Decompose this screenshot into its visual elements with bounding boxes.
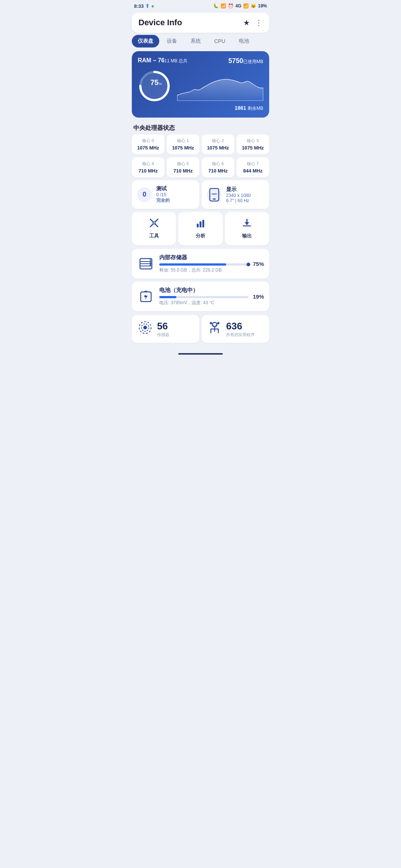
ram-card: RAM – 7611 MB 总共 5750已使用MB 75 % xyxy=(132,51,269,118)
ram-footer: 1861 剩余MB xyxy=(138,105,263,112)
storage-icon xyxy=(137,255,155,273)
cpu-section-title: 中央处理器状态 xyxy=(128,121,273,134)
svg-point-18 xyxy=(150,262,151,263)
menu-button[interactable]: ⋮ xyxy=(255,18,263,27)
status-bar: 8:33 ⬆ ● 🐛 📶 ⏰ 4G 📶 😺 19% xyxy=(128,0,273,10)
cpu-core-0: 核心 0 1075 MHz xyxy=(132,134,164,154)
wifi-icon: 📶 xyxy=(243,3,249,9)
storage-bar xyxy=(159,263,226,266)
tools-icon xyxy=(149,218,159,230)
header-actions: ★ ⋮ xyxy=(243,18,263,27)
tab-dashboard[interactable]: 仪表盘 xyxy=(132,35,159,47)
tools-label: 工具 xyxy=(149,233,159,239)
battery-info: 电池（充电中） 电压: 3795mV，温度: 43 °C xyxy=(159,287,248,306)
storage-bar-wrap xyxy=(159,263,248,266)
smiley-icon: 😺 xyxy=(251,3,256,9)
test-circle-icon: 0 xyxy=(137,187,152,202)
battery-bar xyxy=(159,296,176,298)
apps-stat[interactable]: 636 所有的应用程序 xyxy=(202,315,269,343)
ram-header: RAM – 7611 MB 总共 5750已使用MB xyxy=(138,57,263,65)
app-header: Device Info ★ ⋮ xyxy=(132,13,269,33)
sensors-info: 56 传感器 xyxy=(157,320,169,338)
svg-rect-5 xyxy=(213,198,216,200)
svg-rect-12 xyxy=(202,220,204,227)
tab-device[interactable]: 设备 xyxy=(161,35,183,47)
ram-title: RAM – 7611 MB 总共 xyxy=(138,57,188,64)
battery-card[interactable]: 电池（充电中） 电压: 3795mV，温度: 43 °C 19% xyxy=(132,282,269,311)
display-card[interactable]: 显示 868 x 401 6.7″ | 60 Hz xyxy=(202,180,269,209)
apps-info: 636 所有的应用程序 xyxy=(226,320,255,338)
cpu-core-1: 核心 1 1075 MHz xyxy=(167,134,199,154)
ram-circle: 75 % xyxy=(138,69,171,103)
cpu-core-5: 核心 5 710 MHz xyxy=(167,157,199,177)
bug-icon: 🐛 xyxy=(213,3,219,9)
output-label: 输出 xyxy=(242,233,252,239)
svg-point-9 xyxy=(153,222,155,224)
status-right: 🐛 📶 ⏰ 4G 📶 😺 19% xyxy=(213,3,267,9)
app-icon-green: ● xyxy=(151,3,154,9)
cpu-grid-row2: 核心 4 710 MHz 核心 5 710 MHz 核心 6 710 MHz 核… xyxy=(128,157,273,177)
svg-rect-11 xyxy=(199,221,201,227)
app-title: Device Info xyxy=(138,18,182,27)
signal-icon: 📶 xyxy=(221,3,226,9)
battery-status: 19% xyxy=(258,3,267,9)
analysis-label: 分析 xyxy=(196,233,205,239)
storage-percent: 75% xyxy=(253,261,264,267)
analysis-icon xyxy=(195,218,206,230)
apps-icon xyxy=(208,320,222,338)
home-bar xyxy=(178,353,223,355)
cpu-core-2: 核心 2 1075 MHz xyxy=(202,134,234,154)
status-left: 8:33 ⬆ ● xyxy=(134,3,154,9)
star-button[interactable]: ★ xyxy=(243,18,250,27)
tab-battery[interactable]: 电池 xyxy=(233,35,255,47)
svg-rect-10 xyxy=(197,224,199,227)
upload-icon: ⬆ xyxy=(145,3,150,9)
sensors-icon xyxy=(138,320,153,338)
svg-rect-21 xyxy=(144,291,147,292)
tools-button[interactable]: 工具 xyxy=(132,212,176,245)
battery-bar-wrap xyxy=(159,296,248,298)
output-button[interactable]: 输出 xyxy=(225,212,269,245)
svg-point-19 xyxy=(150,264,151,266)
analysis-button[interactable]: 分析 xyxy=(178,212,222,245)
tab-cpu[interactable]: CPU xyxy=(208,35,231,47)
svg-point-22 xyxy=(143,326,147,329)
tool-row: 工具 分析 输出 xyxy=(128,212,273,245)
svg-point-26 xyxy=(212,322,217,327)
svg-point-17 xyxy=(150,259,151,261)
status-time: 8:33 xyxy=(134,3,144,9)
display-icon xyxy=(207,187,222,202)
sensors-stat[interactable]: 56 传感器 xyxy=(132,315,199,343)
info-row: 0 测试 0 /15 完全的 显示 868 x 401 6.7″ | 60 … xyxy=(128,180,273,209)
test-card[interactable]: 0 测试 0 /15 完全的 xyxy=(132,180,199,209)
ram-used: 5750已使用MB xyxy=(228,57,263,65)
cpu-core-6: 核心 6 710 MHz xyxy=(202,157,234,177)
network-label: 4G xyxy=(235,3,241,9)
storage-info: 内部存储器 释放: 55.0 GB，总共: 226.2 GB xyxy=(159,254,248,273)
alarm-icon: ⏰ xyxy=(228,3,234,9)
output-icon xyxy=(242,218,252,230)
cpu-grid-row1: 核心 0 1075 MHz 核心 1 1075 MHz 核心 2 1075 MH… xyxy=(128,134,273,154)
ram-body: 75 % xyxy=(138,69,263,103)
display-info: 显示 868 x 401 6.7″ | 60 Hz xyxy=(226,186,251,203)
home-indicator xyxy=(128,350,273,356)
test-info: 测试 0 /15 完全的 xyxy=(156,185,170,204)
cpu-core-7: 核心 7 844 MHz xyxy=(237,157,269,177)
bottom-stats: 56 传感器 636 所有的应用程序 xyxy=(128,315,273,350)
cpu-core-3: 核心 3 1075 MHz xyxy=(237,134,269,154)
svg-text:%: % xyxy=(159,82,162,86)
storage-card[interactable]: 内部存储器 释放: 55.0 GB，总共: 226.2 GB 75% xyxy=(132,249,269,279)
battery-percent: 19% xyxy=(253,293,264,300)
tab-system[interactable]: 系统 xyxy=(185,35,207,47)
ram-wave-chart xyxy=(177,71,263,101)
cpu-core-4: 核心 4 710 MHz xyxy=(132,157,164,177)
tab-bar: 仪表盘 设备 系统 CPU 电池 xyxy=(128,35,273,51)
svg-text:75: 75 xyxy=(150,78,159,86)
storage-bar-dot xyxy=(247,263,250,266)
battery-icon xyxy=(137,287,155,305)
